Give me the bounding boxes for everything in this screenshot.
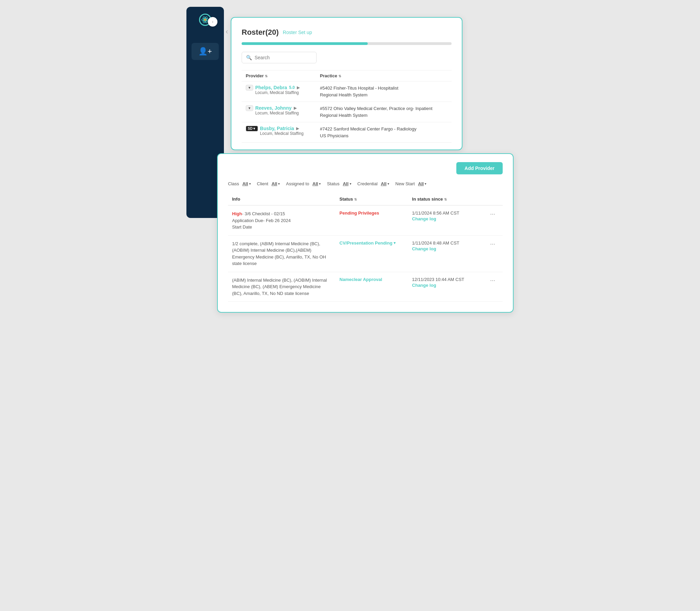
roster-header: Roster(20) Roster Set up — [242, 28, 452, 37]
sidebar-collapse-chevron[interactable]: › — [208, 17, 217, 27]
table-row: (ABIM) Internal Medicine (BC), (AOBIM) I… — [228, 272, 503, 302]
filter-credential-label: Credential — [358, 181, 378, 186]
timestamp-0: 1/11/2024 8:56 AM CST — [412, 210, 460, 215]
filter-client-chevron[interactable]: ▾ — [278, 182, 280, 185]
info-cell-0: High- 3/6 Checklist - 02/15Application D… — [228, 205, 335, 235]
info-text-2: (ABIM) Internal Medicine (BC), (AOBIM) I… — [232, 278, 327, 296]
progress-bar-container — [242, 42, 452, 45]
practice-text-0: #5402 Fisher-Titus Hospital - Hospitalis… — [320, 86, 398, 98]
add-user-button[interactable]: 👤+ — [191, 43, 219, 60]
provider-expand-icon-1[interactable]: ▶ — [294, 106, 296, 110]
filter-credential-chevron[interactable]: ▾ — [388, 182, 389, 185]
filter-new-start[interactable]: New Start All ▾ — [395, 181, 426, 186]
provider-table-row: SD▼ Busby, Patricia ▶ Locum, Medical Sta… — [242, 122, 452, 143]
data-table-header-row: Info Status ⇅ In status since ⇅ — [228, 193, 503, 205]
more-options-button-1[interactable]: ··· — [489, 240, 497, 248]
provider-table-row: ▼ Reeves, Johnny ▶ Locum, Medical Staffi… — [242, 102, 452, 122]
filter-bar: Class All ▾ Client All ▾ Assigned to All… — [228, 181, 503, 186]
change-log-link-0[interactable]: Change log — [412, 216, 481, 221]
table-row: High- 3/6 Checklist - 02/15Application D… — [228, 205, 503, 235]
practice-text-1: #5572 Ohio Valley Medical Center, Practi… — [320, 106, 433, 118]
filter-assigned-value: All — [312, 181, 318, 186]
filter-new-start-chevron[interactable]: ▾ — [425, 182, 426, 185]
col-actions — [485, 193, 503, 205]
filter-assigned-label: Assigned to — [286, 181, 309, 186]
provider-table-row: ▼ Phelps, Debra 5.0 ▶ Locum, Medical Sta… — [242, 81, 452, 102]
col-in-status: In status since ⇅ — [408, 193, 485, 205]
info-cell-2: (ABIM) Internal Medicine (BC), (AOBIM) I… — [228, 272, 335, 302]
svg-point-0 — [204, 19, 206, 21]
provider-name-1[interactable]: Reeves, Johnny ▶ — [255, 105, 299, 111]
filter-class-chevron[interactable]: ▾ — [249, 182, 251, 185]
provider-expand-icon-2[interactable]: ▶ — [296, 126, 299, 131]
provider-badge-1[interactable]: ▼ — [246, 105, 253, 111]
filter-client-label: Client — [257, 181, 268, 186]
provider-table-header-row: Provider ⇅ Practice ⇅ — [242, 71, 452, 81]
filter-status-value: All — [343, 181, 349, 186]
timestamp-1: 1/11/2024 8:48 AM CST — [412, 240, 460, 245]
filter-credential-value: All — [381, 181, 387, 186]
filter-status[interactable]: Status All ▾ — [327, 181, 351, 186]
data-table: Info Status ⇅ In status since ⇅ High- 3/… — [228, 193, 503, 302]
practice-cell-1: #5572 Ohio Valley Medical Center, Practi… — [316, 102, 452, 122]
filter-class[interactable]: Class All ▾ — [228, 181, 251, 186]
provider-sub-2: Locum, Medical Staffing — [260, 131, 304, 136]
filter-client-value: All — [272, 181, 277, 186]
main-panel: Add Provider Class All ▾ Client All ▾ As… — [217, 153, 514, 313]
filter-status-chevron[interactable]: ▾ — [350, 182, 351, 185]
filter-class-value: All — [242, 181, 248, 186]
practice-sort-icon[interactable]: ⇅ — [338, 74, 341, 78]
provider-sort-icon[interactable]: ⇅ — [265, 74, 267, 78]
provider-info-0: Phelps, Debra 5.0 ▶ Locum, Medical Staff… — [255, 85, 300, 95]
timestamp-2: 12/11/2023 10:44 AM CST — [412, 277, 464, 282]
filter-credential[interactable]: Credential All ▾ — [358, 181, 390, 186]
provider-cell-0: ▼ Phelps, Debra 5.0 ▶ Locum, Medical Sta… — [242, 81, 316, 102]
search-box[interactable]: 🔍 — [242, 52, 317, 63]
change-log-link-1[interactable]: Change log — [412, 246, 481, 251]
actions-cell-2: ··· — [485, 272, 503, 302]
col-provider: Provider ⇅ — [242, 71, 316, 81]
col-info: Info — [228, 193, 335, 205]
status-pending-0: Pending Privileges — [339, 210, 379, 215]
table-row: 1/2 complete, (ABIM) Internal Medicine (… — [228, 235, 503, 272]
provider-table-body: ▼ Phelps, Debra 5.0 ▶ Locum, Medical Sta… — [242, 81, 452, 143]
provider-info-1: Reeves, Johnny ▶ Locum, Medical Staffing — [255, 105, 299, 116]
status-cell-2: Nameclear Approval — [335, 272, 408, 302]
filter-assigned-chevron[interactable]: ▾ — [319, 182, 321, 185]
status-nameclear-2: Nameclear Approval — [339, 277, 382, 282]
change-log-link-2[interactable]: Change log — [412, 283, 481, 288]
search-input[interactable] — [254, 55, 312, 60]
filter-new-start-value: All — [418, 181, 424, 186]
status-cell-0: Pending Privileges — [335, 205, 408, 235]
status-dropdown-icon-1[interactable]: ▾ — [394, 241, 396, 245]
practice-cell-2: #7422 Sanford Medical Center Fargo - Rad… — [316, 122, 452, 143]
filter-assigned[interactable]: Assigned to All ▾ — [286, 181, 321, 186]
filter-client[interactable]: Client All ▾ — [257, 181, 280, 186]
roster-setup-link[interactable]: Roster Set up — [283, 30, 312, 35]
provider-expand-icon-0[interactable]: ▶ — [297, 86, 300, 90]
filter-status-label: Status — [327, 181, 339, 186]
provider-badge-2[interactable]: SD▼ — [246, 126, 258, 132]
provider-name-2[interactable]: Busby, Patricia ▶ — [260, 126, 304, 131]
provider-badge-0[interactable]: ▼ — [246, 85, 253, 91]
add-provider-button[interactable]: Add Provider — [456, 162, 503, 174]
sidebar-logo-area: › — [199, 14, 211, 26]
provider-name-0[interactable]: Phelps, Debra 5.0 ▶ — [255, 85, 300, 90]
provider-score: 5.0 — [289, 85, 295, 90]
more-options-button-0[interactable]: ··· — [489, 210, 497, 218]
more-options-button-2[interactable]: ··· — [489, 277, 497, 284]
add-user-icon: 👤+ — [198, 47, 212, 56]
practice-cell-0: #5402 Fisher-Titus Hospital - Hospitalis… — [316, 81, 452, 102]
status-sort-icon[interactable]: ⇅ — [354, 197, 357, 201]
filter-class-label: Class — [228, 181, 239, 186]
roster-title: Roster(20) — [242, 28, 279, 37]
in-status-cell-1: 1/11/2024 8:48 AM CST Change log — [408, 235, 485, 272]
in-status-sort-icon[interactable]: ⇅ — [444, 197, 447, 201]
provider-sub-1: Locum, Medical Staffing — [255, 111, 299, 116]
actions-cell-1: ··· — [485, 235, 503, 272]
back-chevron-icon[interactable]: ‹ — [225, 27, 228, 36]
col-status: Status ⇅ — [335, 193, 408, 205]
progress-bar-fill — [242, 42, 368, 45]
page-wrapper: › 👤+ ‹ Roster(20) Roster Set up 🔍 Provid… — [186, 7, 514, 300]
provider-info-2: Busby, Patricia ▶ Locum, Medical Staffin… — [260, 126, 304, 136]
